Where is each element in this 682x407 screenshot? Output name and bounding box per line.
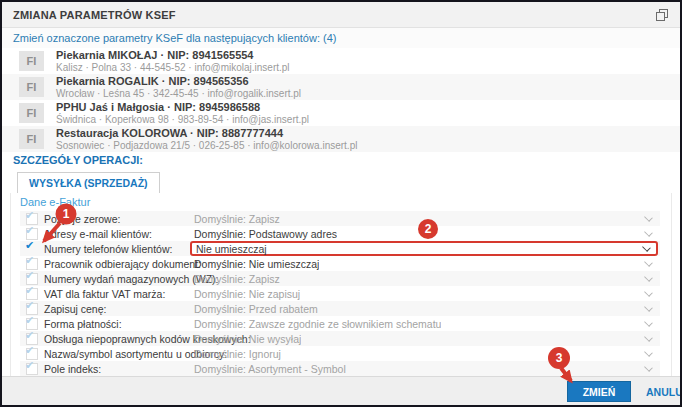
client-text: Piekarnia ROGALIK · NIP: 894565356 Wrocł… bbox=[56, 75, 301, 99]
tab-strip: WYSYŁKA (SPRZEDAŻ) bbox=[10, 172, 672, 194]
client-row[interactable]: FI Piekarnia ROGALIK · NIP: 894565356 Wr… bbox=[2, 74, 680, 100]
field-label: Zapisuj cenę: bbox=[44, 301, 106, 316]
client-name: Restauracja KOLOROWA · NIP: 8887777444 bbox=[56, 127, 357, 140]
chevron-down-icon bbox=[644, 273, 653, 282]
field-row: ✔ Pracownik odbierający dokument: Domyśl… bbox=[20, 256, 660, 271]
client-details: Sosnowiec · Podjazdowa 21/5 · 026-25-85 … bbox=[56, 140, 357, 151]
zmien-button[interactable]: ZMIEŃ bbox=[567, 381, 631, 402]
field-label: Forma płatności: bbox=[44, 316, 122, 331]
dropdown-selected-value: Nie umieszczaj bbox=[196, 243, 267, 255]
fi-badge: FI bbox=[19, 51, 44, 71]
dropdown-selected-value: Domyślnie: Zapisz bbox=[194, 273, 280, 285]
field-row: ✔ Pole indeks: Domyślnie: Asortyment - S… bbox=[20, 361, 660, 376]
chevron-down-icon bbox=[644, 333, 653, 342]
field-value-dropdown[interactable]: Domyślnie: Asortyment - Symbol bbox=[190, 361, 658, 376]
client-list: FI Piekarnia MIKOŁAJ · NIP: 8941565554 K… bbox=[2, 48, 680, 152]
client-name: PPHU Jaś i Małgosia · NIP: 8945986588 bbox=[56, 101, 309, 114]
field-value-dropdown[interactable]: Domyślnie: Podstawowy adres bbox=[190, 226, 658, 241]
dropdown-selected-value: Domyślnie: Nie umieszczaj bbox=[194, 258, 319, 270]
field-row: ✔ Pozycje zerowe: Domyślnie: Zapisz bbox=[20, 211, 660, 226]
chevron-down-icon bbox=[644, 213, 653, 222]
field-checkbox[interactable]: ✔ bbox=[26, 363, 38, 375]
field-label: Adresy e-mail klientów: bbox=[44, 226, 152, 241]
checkmark-icon: ✔ bbox=[25, 255, 34, 266]
checkmark-icon: ✔ bbox=[25, 360, 34, 371]
chevron-down-icon bbox=[644, 258, 653, 267]
checkmark-icon: ✔ bbox=[25, 240, 34, 251]
dialog-title: ZMIANA PARAMETRÓW KSEF bbox=[2, 9, 176, 21]
chevron-down-icon bbox=[644, 228, 653, 237]
field-value-dropdown[interactable]: Domyślnie: Zapisz bbox=[190, 211, 658, 226]
field-value-dropdown[interactable]: Nie umieszczaj bbox=[190, 241, 658, 256]
checkmark-icon: ✔ bbox=[25, 315, 34, 326]
dialog-titlebar: ZMIANA PARAMETRÓW KSEF bbox=[2, 2, 680, 28]
client-row[interactable]: FI Piekarnia MIKOŁAJ · NIP: 8941565554 K… bbox=[2, 48, 680, 74]
efaktur-section-label: Dane e-Faktur bbox=[20, 196, 90, 208]
client-name: Piekarnia MIKOŁAJ · NIP: 8941565554 bbox=[56, 49, 290, 62]
parameter-field-list: ✔ Pozycje zerowe: Domyślnie: Zapisz ✔ Ad… bbox=[20, 211, 660, 376]
field-value-dropdown[interactable]: Domyślnie: Nie wysyłaj bbox=[190, 331, 658, 346]
client-details: Świdnica · Koperkowa 98 · 983-89-54 · in… bbox=[56, 114, 309, 125]
field-value-dropdown[interactable]: Domyślnie: Zapisz bbox=[190, 271, 658, 286]
field-row: ✔ Numery wydań magazynowych (WZ): Domyśl… bbox=[20, 271, 660, 286]
field-value-dropdown[interactable]: Domyślnie: Zawsze zgodnie ze słownikiem … bbox=[190, 316, 658, 331]
field-value-dropdown[interactable]: Domyślnie: Przed rabatem bbox=[190, 301, 658, 316]
operation-details-heading: SZCZEGÓŁY OPERACJI: bbox=[13, 154, 143, 166]
chevron-down-icon bbox=[644, 318, 653, 327]
field-row: ✔ VAT dla faktur VAT marża: Domyślnie: N… bbox=[20, 286, 660, 301]
dropdown-selected-value: Domyślnie: Asortyment - Symbol bbox=[194, 363, 346, 375]
field-value-dropdown[interactable]: Domyślnie: Ignoruj bbox=[190, 346, 658, 361]
tab-wysylka-sprzedaz[interactable]: WYSYŁKA (SPRZEDAŻ) bbox=[17, 172, 160, 193]
restore-window-icon[interactable] bbox=[656, 9, 668, 21]
dropdown-selected-value: Domyślnie: Zapisz bbox=[194, 213, 280, 225]
field-row: ✔ Forma płatności: Domyślnie: Zawsze zgo… bbox=[20, 316, 660, 331]
dropdown-selected-value: Domyślnie: Ignoruj bbox=[194, 348, 281, 360]
fi-badge: FI bbox=[19, 77, 44, 97]
checkmark-icon: ✔ bbox=[25, 270, 34, 281]
field-label: Pracownik odbierający dokument: bbox=[44, 256, 201, 271]
dropdown-selected-value: Domyślnie: Przed rabatem bbox=[194, 303, 318, 315]
client-row[interactable]: FI Restauracja KOLOROWA · NIP: 888777744… bbox=[2, 126, 680, 152]
field-row: ✔ Adresy e-mail klientów: Domyślnie: Pod… bbox=[20, 226, 660, 241]
dropdown-selected-value: Domyślnie: Zawsze zgodnie ze słownikiem … bbox=[194, 318, 441, 330]
field-label: VAT dla faktur VAT marża: bbox=[44, 286, 165, 301]
client-row[interactable]: FI PPHU Jaś i Małgosia · NIP: 8945986588… bbox=[2, 100, 680, 126]
checkmark-icon: ✔ bbox=[25, 285, 34, 296]
tab-label: WYSYŁKA (SPRZEDAŻ) bbox=[29, 177, 148, 189]
chevron-down-icon bbox=[644, 348, 653, 357]
dialog-window: ZMIANA PARAMETRÓW KSEF Zmień oznaczone p… bbox=[0, 0, 682, 407]
field-label: Pole indeks: bbox=[44, 361, 101, 376]
chevron-down-icon bbox=[642, 243, 651, 252]
restore-icon-front-square bbox=[656, 12, 665, 21]
chevron-down-icon bbox=[644, 363, 653, 372]
client-text: Piekarnia MIKOŁAJ · NIP: 8941565554 Kali… bbox=[56, 49, 290, 73]
fi-badge: FI bbox=[19, 129, 44, 149]
field-row: ✔ Nazwa/symbol asortymentu u odbiorcy: D… bbox=[20, 346, 660, 361]
checkmark-icon: ✔ bbox=[25, 345, 34, 356]
field-row: ✔ Obsługa niepoprawnych kodów kreskowych… bbox=[20, 331, 660, 346]
client-details: Kalisz · Polna 33 · 44-545-52 · info@mik… bbox=[56, 62, 290, 73]
field-row: ✔ Zapisuj cenę: Domyślnie: Przed rabatem bbox=[20, 301, 660, 316]
client-name: Piekarnia ROGALIK · NIP: 894565356 bbox=[56, 75, 301, 88]
client-details: Wrocław · Leśna 45 · 342-45-45 · info@ro… bbox=[56, 88, 301, 99]
anuluj-button[interactable]: ANULUJ bbox=[646, 386, 682, 398]
field-value-dropdown[interactable]: Domyślnie: Nie umieszczaj bbox=[190, 256, 658, 271]
field-label: Pozycje zerowe: bbox=[44, 211, 120, 226]
dropdown-selected-value: Domyślnie: Podstawowy adres bbox=[194, 228, 337, 240]
field-label: Numery telefonów klientów: bbox=[44, 241, 172, 256]
dropdown-selected-value: Domyślnie: Nie zapisuj bbox=[194, 288, 300, 300]
checkmark-icon: ✔ bbox=[25, 330, 34, 341]
chevron-down-icon bbox=[644, 303, 653, 312]
dropdown-selected-value: Domyślnie: Nie wysyłaj bbox=[194, 333, 301, 345]
checkmark-icon: ✔ bbox=[25, 300, 34, 311]
field-row: ✔ Numery telefonów klientów: Nie umieszc… bbox=[20, 241, 660, 256]
chevron-down-icon bbox=[644, 288, 653, 297]
clients-summary-text: Zmień oznaczone parametry KSeF dla nastę… bbox=[2, 28, 680, 48]
fi-badge: FI bbox=[19, 103, 44, 123]
checkmark-icon: ✔ bbox=[25, 210, 34, 221]
client-text: Restauracja KOLOROWA · NIP: 8887777444 S… bbox=[56, 127, 357, 151]
field-value-dropdown[interactable]: Domyślnie: Nie zapisuj bbox=[190, 286, 658, 301]
checkmark-icon: ✔ bbox=[25, 225, 34, 236]
client-text: PPHU Jaś i Małgosia · NIP: 8945986588 Św… bbox=[56, 101, 309, 125]
